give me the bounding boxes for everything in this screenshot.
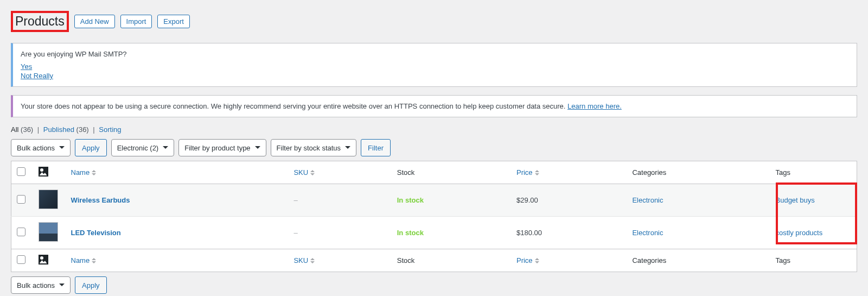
select-all-checkbox[interactable] xyxy=(17,167,25,176)
product-name-link[interactable]: Wireless Earbuds xyxy=(71,196,130,204)
sku-value: – xyxy=(293,196,297,204)
filter-all-label[interactable]: All xyxy=(11,125,18,134)
image-column-icon xyxy=(39,167,48,177)
https-notice: Your store does not appear to be using a… xyxy=(11,95,857,117)
sort-icon xyxy=(92,257,97,264)
smtp-no-link[interactable]: Not Really xyxy=(21,72,849,80)
stock-status: In stock xyxy=(397,229,424,237)
sort-icon xyxy=(310,169,315,177)
https-learn-more-link[interactable]: Learn more here. xyxy=(567,102,622,110)
bulk-actions-select-bottom[interactable]: Bulk actions xyxy=(11,276,71,294)
stock-status: In stock xyxy=(397,196,424,204)
filter-all-count: (36) xyxy=(21,125,33,134)
col-name[interactable]: Name xyxy=(66,161,289,184)
category-link[interactable]: Electronic xyxy=(632,196,663,204)
sku-value: – xyxy=(293,229,297,237)
page-title: Products xyxy=(11,11,69,32)
category-link[interactable]: Electronic xyxy=(632,229,663,237)
table-row: Wireless Earbuds – In stock $29.00 Elect… xyxy=(11,184,857,217)
apply-button-bottom[interactable]: Apply xyxy=(75,276,107,294)
view-filters: All (36) | Published (36) | Sorting xyxy=(11,125,857,134)
sort-icon xyxy=(310,257,315,264)
smtp-question: Are you enjoying WP Mail SMTP? xyxy=(21,50,849,58)
product-thumbnail[interactable] xyxy=(39,190,58,209)
filter-published-link[interactable]: Published (36) xyxy=(43,125,89,134)
table-row: LED Television – In stock $180.00 Electr… xyxy=(11,217,857,249)
products-table: Name SKU Stock Price Categories Tags Wir… xyxy=(11,161,857,272)
product-thumbnail[interactable] xyxy=(39,222,58,242)
category-filter-select[interactable]: Electronic (2) xyxy=(111,139,175,156)
import-button[interactable]: Import xyxy=(120,15,152,28)
col-price[interactable]: Price xyxy=(511,161,627,184)
image-column-icon xyxy=(39,255,48,264)
col-categories-foot: Categories xyxy=(627,249,770,272)
tag-link[interactable]: costly products xyxy=(776,229,823,237)
sorting-link[interactable]: Sorting xyxy=(99,125,121,134)
smtp-yes-link[interactable]: Yes xyxy=(21,62,849,71)
price-value: $29.00 xyxy=(511,184,627,217)
row-checkbox[interactable] xyxy=(17,195,25,204)
col-sku[interactable]: SKU xyxy=(288,161,391,184)
tag-link[interactable]: Budget buys xyxy=(776,196,815,204)
col-stock: Stock xyxy=(392,161,511,184)
col-sku-foot[interactable]: SKU xyxy=(288,249,391,272)
col-name-foot[interactable]: Name xyxy=(66,249,289,272)
bulk-actions-select[interactable]: Bulk actions xyxy=(11,139,71,156)
export-button[interactable]: Export xyxy=(157,15,190,28)
price-value: $180.00 xyxy=(511,217,627,249)
filter-button[interactable]: Filter xyxy=(361,139,391,156)
row-checkbox[interactable] xyxy=(17,228,25,236)
select-all-checkbox-foot[interactable] xyxy=(17,255,25,264)
smtp-notice: Are you enjoying WP Mail SMTP? Yes Not R… xyxy=(11,43,857,87)
sort-icon xyxy=(92,169,97,177)
product-type-filter-select[interactable]: Filter by product type xyxy=(178,139,266,156)
sort-icon xyxy=(535,257,540,264)
col-stock-foot: Stock xyxy=(392,249,511,272)
col-price-foot[interactable]: Price xyxy=(511,249,627,272)
https-notice-text: Your store does not appear to be using a… xyxy=(21,102,567,110)
page-header: Products Add New Import Export xyxy=(11,0,857,40)
apply-button[interactable]: Apply xyxy=(75,139,107,156)
tablenav-top: Bulk actions Apply Electronic (2) Filter… xyxy=(11,139,857,156)
add-new-button[interactable]: Add New xyxy=(74,15,115,28)
tablenav-bottom: Bulk actions Apply xyxy=(11,276,857,294)
col-categories: Categories xyxy=(627,161,770,184)
stock-status-filter-select[interactable]: Filter by stock status xyxy=(271,139,356,156)
col-tags: Tags xyxy=(770,161,857,184)
product-name-link[interactable]: LED Television xyxy=(71,229,121,237)
sort-icon xyxy=(535,169,540,177)
col-tags-foot: Tags xyxy=(770,249,857,272)
